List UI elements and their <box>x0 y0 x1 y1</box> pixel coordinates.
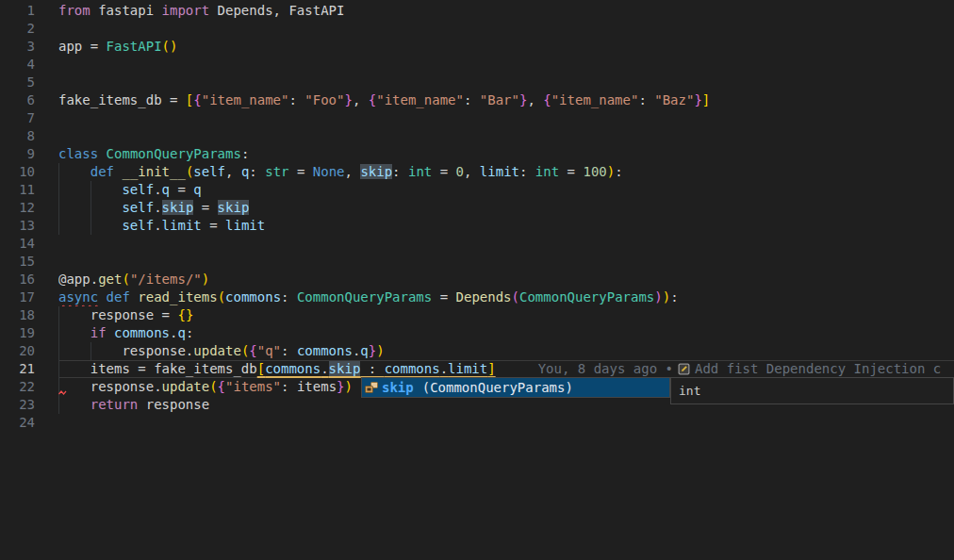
code-token: = <box>193 200 217 215</box>
code-token: { <box>249 343 256 358</box>
code-line[interactable]: 4 <box>0 56 954 74</box>
line-content[interactable]: self.q = q <box>58 181 954 199</box>
line-content[interactable] <box>58 56 954 74</box>
line-number[interactable]: 11 <box>0 181 35 199</box>
line-number[interactable]: 5 <box>0 74 35 91</box>
code-line[interactable]: 3app = FastAPI() <box>0 38 954 56</box>
code-token: : <box>281 343 297 358</box>
code-line[interactable]: 15 <box>0 253 954 271</box>
suggestion-type-panel: int <box>670 377 954 404</box>
line-content[interactable] <box>58 109 954 127</box>
code-line[interactable]: 6fake_items_db = [{"item_name": "Foo"}, … <box>0 91 954 109</box>
line-number[interactable]: 1 <box>0 2 35 20</box>
line-number[interactable]: 9 <box>0 145 35 163</box>
code-line[interactable]: 10 def __init__(self, q: str = None, ski… <box>0 163 954 181</box>
code-line[interactable]: 12 self.skip = skip <box>0 199 954 217</box>
code-token: commons <box>385 361 440 376</box>
line-content[interactable]: app = FastAPI() <box>58 38 954 56</box>
code-line[interactable]: 21 items = fake_items_db[commons.skip : … <box>0 360 954 378</box>
code-token: fastapi <box>90 3 162 18</box>
line-content[interactable] <box>58 414 954 432</box>
code-token: self <box>122 218 154 233</box>
code-token: ) <box>654 289 662 305</box>
line-number[interactable]: 2 <box>0 20 35 38</box>
line-content[interactable]: if commons.q: <box>58 324 954 342</box>
code-line[interactable]: 9class CommonQueryParams: <box>0 145 954 163</box>
code-token: items = fake_items_db <box>58 361 257 376</box>
code-line[interactable]: 18 response = {} <box>0 306 954 324</box>
line-number[interactable]: 19 <box>0 324 35 342</box>
line-number[interactable]: 4 <box>0 56 35 74</box>
line-number[interactable]: 20 <box>0 342 35 360</box>
code-token: response <box>58 379 154 394</box>
line-number[interactable]: 17 <box>0 288 35 306</box>
line-number[interactable]: 12 <box>0 199 35 217</box>
line-content[interactable]: self.skip = skip <box>58 199 954 217</box>
code-line[interactable]: 19 if commons.q: <box>0 324 954 342</box>
line-number[interactable]: 15 <box>0 253 35 271</box>
code-token: commons <box>265 361 321 376</box>
code-line[interactable]: 20 response.update({"q": commons.q}) <box>0 342 954 360</box>
code-token: class <box>58 146 98 161</box>
line-number[interactable]: 7 <box>0 109 35 127</box>
code-token: : <box>241 146 249 161</box>
line-content[interactable] <box>58 127 954 145</box>
code-line[interactable]: 13 self.limit = limit <box>0 217 954 235</box>
line-number[interactable]: 13 <box>0 217 35 235</box>
line-content[interactable]: from fastapi import Depends, FastAPI <box>58 2 954 20</box>
code-token: } <box>337 379 344 394</box>
code-line[interactable]: 16@app.get("/items/") <box>0 271 954 288</box>
code-token: : <box>464 92 480 107</box>
code-line[interactable]: 1from fastapi import Depends, FastAPI <box>0 2 954 20</box>
line-number[interactable]: 21 <box>0 360 35 378</box>
line-content[interactable] <box>58 253 954 271</box>
code-line[interactable]: 17async def read_items(commons: CommonQu… <box>0 288 954 306</box>
line-content[interactable]: items = fake_items_db[commons.skip : com… <box>58 360 954 378</box>
code-token: limit <box>225 218 265 233</box>
line-content[interactable]: @app.get("/items/") <box>58 271 954 288</box>
line-content[interactable] <box>58 20 954 38</box>
code-token: ( <box>218 289 225 305</box>
line-content[interactable]: async def read_items(commons: CommonQuer… <box>58 288 954 306</box>
line-number[interactable]: 24 <box>0 414 35 432</box>
git-blame-annotation[interactable]: You, 8 days ago •Add fist Dependency Inj… <box>538 361 942 376</box>
code-token: FastAPI <box>107 39 162 54</box>
code-line[interactable]: 24 <box>0 414 954 432</box>
line-content[interactable] <box>58 235 954 253</box>
suggestion-item-skip[interactable]: skip (CommonQueryParams) <box>362 378 669 397</box>
code-line[interactable]: 5 <box>0 74 954 91</box>
code-token: def <box>107 289 130 305</box>
code-token: skip <box>162 200 194 215</box>
code-editor[interactable]: 1from fastapi import Depends, FastAPI23a… <box>0 0 954 560</box>
line-number[interactable]: 10 <box>0 163 35 181</box>
code-line[interactable]: 14 <box>0 235 954 253</box>
line-content[interactable]: def __init__(self, q: str = None, skip: … <box>58 163 954 181</box>
code-line[interactable]: 2 <box>0 20 954 38</box>
code-token: , <box>464 164 480 179</box>
line-content[interactable]: response.update({"q": commons.q}) <box>58 342 954 360</box>
code-token: "Foo" <box>304 92 344 107</box>
code-token: q <box>360 343 368 358</box>
line-content[interactable]: self.limit = limit <box>58 217 954 235</box>
line-number[interactable]: 23 <box>0 396 35 414</box>
line-number[interactable]: 22 <box>0 378 35 396</box>
code-token: int <box>535 164 559 179</box>
line-content[interactable] <box>58 74 954 91</box>
indent-guide <box>58 217 59 235</box>
code-token: response <box>138 397 209 412</box>
line-number[interactable]: 18 <box>0 306 35 324</box>
line-content[interactable]: fake_items_db = [{"item_name": "Foo"}, {… <box>58 91 954 109</box>
line-number[interactable]: 16 <box>0 271 35 288</box>
line-content[interactable]: class CommonQueryParams: <box>58 145 954 163</box>
code-line[interactable]: 11 self.q = q <box>0 181 954 199</box>
line-number[interactable]: 3 <box>0 38 35 56</box>
line-content[interactable]: response = {} <box>58 306 954 324</box>
indent-guide <box>90 342 91 360</box>
line-number[interactable]: 8 <box>0 127 35 145</box>
code-token: : <box>638 92 654 107</box>
line-number[interactable]: 6 <box>0 91 35 109</box>
line-number[interactable]: 14 <box>0 235 35 253</box>
code-token: Depends <box>456 289 512 305</box>
code-line[interactable]: 8 <box>0 127 954 145</box>
code-line[interactable]: 7 <box>0 109 954 127</box>
